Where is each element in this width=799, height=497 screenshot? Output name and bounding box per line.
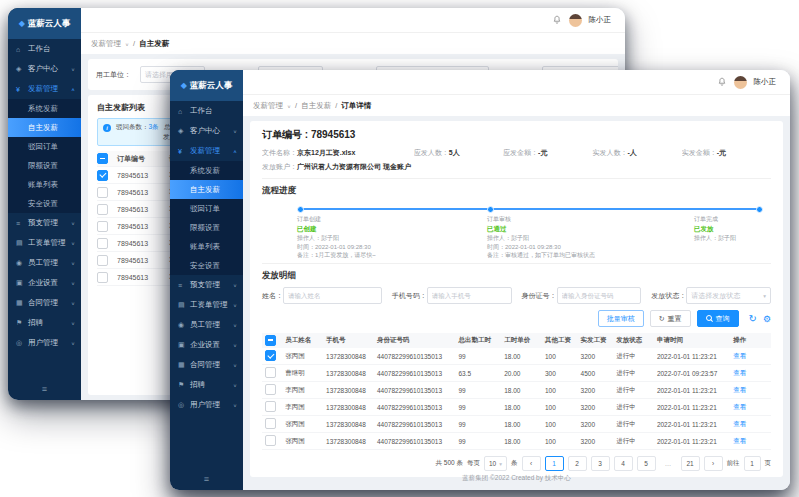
view-link[interactable]: 查看 xyxy=(733,420,746,427)
row-checkbox[interactable] xyxy=(265,367,276,378)
sidebar-item[interactable]: 驳回订单 xyxy=(170,199,243,218)
phone-input[interactable] xyxy=(427,287,512,304)
sidebar-item[interactable]: 账单列表 xyxy=(170,237,243,256)
name-input[interactable] xyxy=(283,287,382,304)
table-row[interactable]: 张丙国 13728300848 440782299610135013 99 18… xyxy=(262,348,771,365)
jump-label: 前往 xyxy=(727,459,740,468)
sidebar-item[interactable]: 限额设置 xyxy=(170,218,243,237)
select-all-checkbox[interactable] xyxy=(265,335,276,346)
sidebar-item[interactable]: ◉ 员工管理 ∨ xyxy=(8,253,81,273)
row-checkbox[interactable] xyxy=(265,435,276,446)
user-avatar[interactable] xyxy=(569,14,582,27)
sidebar-collapse-button[interactable]: ≡ xyxy=(170,468,243,490)
sidebar-item-label: 发薪管理 xyxy=(190,146,220,156)
row-checkbox[interactable] xyxy=(265,350,276,361)
row-checkbox[interactable] xyxy=(265,401,276,412)
prev-page-button[interactable]: ‹ xyxy=(522,456,541,471)
sidebar-item[interactable]: ▦ 合同管理 ∨ xyxy=(170,355,243,375)
notification-bell-icon[interactable] xyxy=(717,77,727,87)
sidebar-item[interactable]: ⚑ 招聘 ∨ xyxy=(8,313,81,333)
jump-page-input[interactable] xyxy=(744,456,761,471)
table-row[interactable]: 张丙国 13728300848 440782299610135013 99 18… xyxy=(262,416,771,433)
sidebar-item[interactable]: ¥ 发薪管理 ∧ xyxy=(170,141,243,161)
refresh-icon[interactable]: ↻ xyxy=(749,314,757,324)
user-name[interactable]: 陈小正 xyxy=(754,77,777,87)
breadcrumb: 发薪管理 ∨ / 自主发薪 / 订单详情 xyxy=(243,95,790,116)
row-checkbox[interactable] xyxy=(97,204,108,215)
other-pay-cell: 100 xyxy=(542,416,578,433)
row-checkbox[interactable] xyxy=(97,238,108,249)
page-number-button[interactable]: 21 xyxy=(681,456,700,471)
row-checkbox[interactable] xyxy=(97,170,108,181)
row-checkbox[interactable] xyxy=(97,272,108,283)
row-checkbox[interactable] xyxy=(97,187,108,198)
page-size-select[interactable]: 10 ▾ xyxy=(484,456,507,471)
breadcrumb-root[interactable]: 发薪管理 xyxy=(91,39,121,49)
view-link[interactable]: 查看 xyxy=(733,352,746,359)
sidebar-item[interactable]: ◎ 用户管理 ∨ xyxy=(170,395,243,415)
gear-icon[interactable]: ⚙ xyxy=(763,314,771,324)
sidebar-item[interactable]: ◈ 客户中心 ∨ xyxy=(170,121,243,141)
notification-bell-icon[interactable] xyxy=(552,15,562,25)
next-page-button[interactable]: › xyxy=(704,456,723,471)
batch-review-button[interactable]: 批量审核 xyxy=(598,310,644,327)
row-checkbox[interactable] xyxy=(97,221,108,232)
sidebar-item[interactable]: 自主发薪 xyxy=(170,180,243,199)
sidebar-item[interactable]: ⌂ 工作台 xyxy=(170,101,243,121)
sidebar-item[interactable]: 系统发薪 xyxy=(170,161,243,180)
page-number-button[interactable]: … xyxy=(660,457,677,470)
search-button[interactable]: 查询 xyxy=(697,310,739,327)
sidebar-item[interactable]: 安全设置 xyxy=(8,194,81,213)
view-link[interactable]: 查看 xyxy=(733,437,746,444)
user-avatar[interactable] xyxy=(734,76,747,89)
sidebar-item[interactable]: 自主发薪 xyxy=(8,118,81,137)
sidebar-item[interactable]: ▦ 合同管理 ∨ xyxy=(8,293,81,313)
view-link[interactable]: 查看 xyxy=(733,386,746,393)
order-no-cell: 78945613 xyxy=(117,223,169,230)
idcard-input[interactable] xyxy=(557,287,642,304)
sidebar-item[interactable]: 安全设置 xyxy=(170,256,243,275)
user-name[interactable]: 陈小正 xyxy=(589,15,612,25)
sidebar-item[interactable]: ▣ 企业设置 ∨ xyxy=(8,273,81,293)
page-number-button[interactable]: 1 xyxy=(545,456,564,471)
sidebar-item[interactable]: 系统发薪 xyxy=(8,99,81,118)
net-pay-cell: 3200 xyxy=(578,399,614,416)
sidebar-item[interactable]: ▣ 企业设置 ∨ xyxy=(170,335,243,355)
page-number-button[interactable]: 4 xyxy=(614,456,633,471)
row-checkbox[interactable] xyxy=(97,255,108,266)
breadcrumb-mid[interactable]: 自主发薪 xyxy=(301,101,331,111)
sidebar-collapse-button[interactable]: ≡ xyxy=(8,378,81,400)
table-row[interactable]: 张丙国 13728300848 440782299610135013 99 18… xyxy=(262,433,771,450)
breadcrumb-separator: / xyxy=(295,101,297,110)
sidebar-item[interactable]: 限额设置 xyxy=(8,156,81,175)
sidebar-item[interactable]: ◎ 用户管理 ∨ xyxy=(8,333,81,353)
sidebar-item[interactable]: ≡ 预支管理 ∨ xyxy=(8,213,81,233)
sidebar-item[interactable]: 驳回订单 xyxy=(8,137,81,156)
row-checkbox[interactable] xyxy=(265,418,276,429)
sidebar-item[interactable]: 账单列表 xyxy=(8,175,81,194)
view-link[interactable]: 查看 xyxy=(733,403,746,410)
table-row[interactable]: 曹继明 13728300848 440782299610135013 63.5 … xyxy=(262,365,771,382)
breadcrumb-root[interactable]: 发薪管理 xyxy=(253,101,283,111)
page-number-button[interactable]: 2 xyxy=(568,456,587,471)
apply-time-cell: 2022-01-01 11:23:21 xyxy=(654,433,730,450)
row-checkbox[interactable] xyxy=(265,384,276,395)
view-link[interactable]: 查看 xyxy=(733,369,746,376)
status-select[interactable]: 请选择发放状态 ▾ xyxy=(686,287,771,304)
table-row[interactable]: 李丙国 13728300848 440782299610135013 99 18… xyxy=(262,382,771,399)
select-all-checkbox[interactable] xyxy=(97,153,108,164)
sidebar-item[interactable]: ▤ 工资单管理 ∨ xyxy=(8,233,81,253)
page-number-button[interactable]: 3 xyxy=(591,456,610,471)
sidebar-item[interactable]: ◈ 客户中心 ∨ xyxy=(8,59,81,79)
sidebar-item[interactable]: ◉ 员工管理 ∨ xyxy=(170,315,243,335)
sidebar-item[interactable]: ⌂ 工作台 xyxy=(8,39,81,59)
sidebar-item[interactable]: ¥ 发薪管理 ∧ xyxy=(8,79,81,99)
reset-button[interactable]: ↻ 重置 xyxy=(650,310,691,327)
menu-item-icon: ¥ xyxy=(16,86,25,93)
table-row[interactable]: 李丙国 13728300848 440782299610135013 99 18… xyxy=(262,399,771,416)
node-title: 订单完成 xyxy=(694,215,790,224)
sidebar-item[interactable]: ▤ 工资单管理 ∨ xyxy=(170,295,243,315)
sidebar-item[interactable]: ⚑ 招聘 ∨ xyxy=(170,375,243,395)
page-number-button[interactable]: 5 xyxy=(637,456,656,471)
sidebar-item[interactable]: ≡ 预支管理 ∨ xyxy=(170,275,243,295)
